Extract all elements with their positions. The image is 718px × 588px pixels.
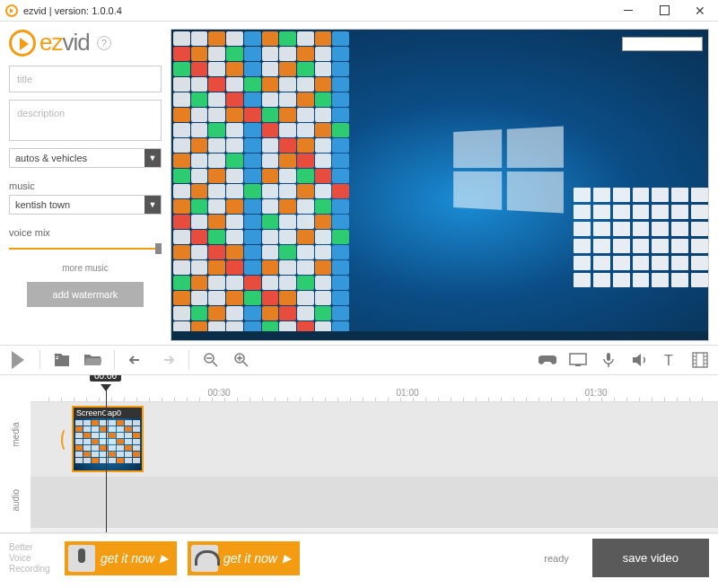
windows-logo-icon <box>453 126 564 213</box>
open-folder-icon[interactable] <box>83 351 101 369</box>
title-input[interactable]: title <box>9 66 162 92</box>
music-label: music <box>9 180 162 191</box>
ruler-tick: 01:00 <box>396 388 418 398</box>
description-input[interactable]: description <box>9 100 162 141</box>
slider-thumb[interactable] <box>155 243 162 254</box>
music-value: kentish town <box>10 199 144 210</box>
category-value: autos & vehicles <box>10 153 144 163</box>
audio-track[interactable] <box>31 478 718 528</box>
ruler-tick: 00:30 <box>207 388 230 398</box>
media-clip[interactable]: ScreenCap0 <box>72 406 144 472</box>
svg-line-2 <box>213 362 217 366</box>
arrow-right-icon: ▶ <box>160 552 168 565</box>
voice-mix-label: voice mix <box>9 227 162 238</box>
microphone-icon <box>68 545 95 572</box>
audio-track-label: audio <box>0 468 31 533</box>
svg-rect-10 <box>607 353 610 361</box>
svg-rect-8 <box>570 354 586 364</box>
window-title: ezvid | version: 1.0.0.4 <box>23 5 122 16</box>
arrow-right-icon: ▶ <box>283 552 291 565</box>
headphones-icon <box>191 545 218 572</box>
film-icon[interactable] <box>691 351 709 369</box>
gamepad-icon[interactable] <box>538 351 556 369</box>
more-music-link[interactable]: more music <box>9 263 162 273</box>
status-text: ready <box>544 553 569 564</box>
desktop-icons-right <box>574 188 708 322</box>
promo-headphones-button[interactable]: get it now ▶ <box>188 541 300 575</box>
media-track-label: media <box>0 402 31 468</box>
svg-rect-9 <box>575 364 581 366</box>
category-select[interactable]: autos & vehicles ▼ <box>9 148 162 168</box>
add-media-icon[interactable]: + <box>53 351 71 369</box>
undo-icon[interactable] <box>127 351 145 369</box>
maximize-button[interactable] <box>646 0 682 22</box>
logo: ezvid ? <box>9 29 162 57</box>
zoom-in-icon[interactable] <box>232 351 250 369</box>
voice-mix-slider[interactable] <box>9 241 162 256</box>
promo-mic-button[interactable]: get it now ▶ <box>65 541 177 575</box>
chevron-down-icon: ▼ <box>144 149 161 167</box>
bottom-bar: BetterVoiceRecording get it now ▶ get it… <box>0 533 718 582</box>
add-watermark-button[interactable]: add watermark <box>27 282 144 307</box>
minimize-button[interactable] <box>610 0 646 22</box>
media-track[interactable]: ScreenCap0 <box>31 402 718 478</box>
svg-text:+: + <box>54 352 58 360</box>
chevron-down-icon: ▼ <box>144 196 161 214</box>
redo-icon[interactable] <box>158 351 176 369</box>
save-video-button[interactable]: save video <box>592 539 709 577</box>
play-button[interactable] <box>9 351 27 369</box>
preview-taskbar <box>171 331 708 340</box>
close-button[interactable]: ✕ <box>682 0 718 22</box>
logo-text: ezvid <box>39 29 90 57</box>
ruler-tick: 01:30 <box>584 388 607 398</box>
video-preview <box>171 29 709 341</box>
preview-overlay-window <box>622 37 703 51</box>
toolbar: + T <box>0 345 718 375</box>
screen-record-icon[interactable] <box>569 351 587 369</box>
desktop-icons <box>171 30 351 340</box>
microphone-icon[interactable] <box>600 351 617 369</box>
svg-text:T: T <box>664 353 673 368</box>
clip-name: ScreenCap0 <box>74 408 142 418</box>
logo-play-icon <box>9 30 36 57</box>
titlebar: ezvid | version: 1.0.0.4 ✕ <box>0 0 718 22</box>
svg-line-5 <box>243 362 248 366</box>
playhead[interactable]: 00:06 <box>106 386 107 532</box>
app-icon <box>5 4 18 17</box>
text-icon[interactable]: T <box>661 351 679 369</box>
timeline[interactable]: media audio 00:30 01:00 01:30 ScreenCap0… <box>0 375 718 533</box>
music-select[interactable]: kentish town ▼ <box>9 195 162 215</box>
better-voice-label: BetterVoiceRecording <box>9 542 54 575</box>
playhead-time: 00:06 <box>90 375 121 382</box>
left-panel: ezvid ? title description autos & vehicl… <box>9 29 162 341</box>
help-icon[interactable]: ? <box>97 36 111 50</box>
time-ruler[interactable]: 00:30 01:00 01:30 <box>31 375 718 402</box>
voice-synth-icon[interactable] <box>630 351 648 369</box>
zoom-out-icon[interactable] <box>202 351 220 369</box>
